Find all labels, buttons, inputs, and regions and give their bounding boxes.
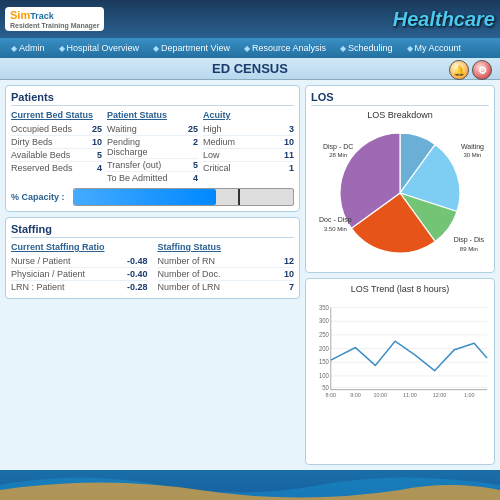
pie-label-4: Disp - Dis89 Min [454, 236, 484, 253]
capacity-bar [73, 188, 294, 206]
svg-text:200: 200 [319, 344, 329, 351]
bed-status-subsection: Current Bed Status Occupied Beds 25 Dirt… [11, 110, 102, 184]
healthcare-title: Healthcare [393, 8, 495, 31]
bed-status-table: Occupied Beds 25 Dirty Beds 10 Available… [11, 123, 102, 174]
table-row: Critical 1 [203, 162, 294, 174]
svg-text:50: 50 [322, 383, 329, 390]
main-content: Patients Current Bed Status Occupied Bed… [0, 80, 500, 470]
nav-dot: ◆ [59, 44, 65, 53]
patients-title: Patients [11, 91, 294, 106]
staffing-section: Staffing Current Staffing Ratio Nurse / … [5, 217, 300, 299]
logo-area: SimTrack Resident Training Manager [5, 7, 104, 32]
acuity-table: High 3 Medium 10 Low 11 Critical [203, 123, 294, 174]
table-row: Nurse / Patient -0.48 [11, 255, 148, 268]
staffing-ratio-table: Nurse / Patient -0.48 Physician / Patien… [11, 255, 148, 293]
right-panel: LOS LOS Breakdown Disp [305, 80, 500, 470]
pie-chart-container: Disp - DC28 Min Waiting30 Min Doc - Disp… [311, 123, 489, 263]
svg-text:350: 350 [319, 303, 329, 310]
patient-status-table: Waiting 25 Pending Discharge 2 Transfer … [107, 123, 198, 184]
staffing-data: Current Staffing Ratio Nurse / Patient -… [11, 242, 294, 293]
capacity-row: % Capacity : [11, 188, 294, 206]
patients-data: Current Bed Status Occupied Beds 25 Dirt… [11, 110, 294, 184]
left-panel: Patients Current Bed Status Occupied Bed… [0, 80, 305, 470]
nav-department-view[interactable]: ◆ Department View [147, 41, 236, 55]
nav-admin[interactable]: ◆ Admin [5, 41, 51, 55]
nav-my-account[interactable]: ◆ My Account [401, 41, 468, 55]
svg-text:300: 300 [319, 317, 329, 324]
los-trend-chart: 350 300 250 200 150 100 50 [311, 297, 489, 397]
los-breakdown-title: LOS Breakdown [311, 110, 489, 120]
table-row: Medium 10 [203, 136, 294, 149]
table-row: Number of LRN 7 [158, 281, 295, 293]
staffing-status-table: Number of RN 12 Number of Doc. 10 Number… [158, 255, 295, 293]
svg-text:9:00: 9:00 [350, 391, 361, 396]
acuity-title: Acuity [203, 110, 294, 120]
table-row: Number of Doc. 10 [158, 268, 295, 281]
capacity-label: % Capacity : [11, 192, 65, 202]
settings-icon-button[interactable]: ⚙ [472, 60, 492, 80]
table-row: Transfer (out) 5 [107, 159, 198, 172]
simtrack-logo: SimTrack Resident Training Manager [5, 7, 104, 32]
nav-dot: ◆ [244, 44, 250, 53]
svg-text:150: 150 [319, 358, 329, 365]
alert-icon-button[interactable]: 🔔 [449, 60, 469, 80]
bed-status-title: Current Bed Status [11, 110, 102, 120]
table-row: LRN : Patient -0.28 [11, 281, 148, 293]
svg-text:1:00: 1:00 [464, 391, 475, 396]
header: SimTrack Resident Training Manager Healt… [0, 0, 500, 38]
table-row: Reserved Beds 4 [11, 162, 102, 174]
wave-decoration [0, 470, 500, 500]
table-row: Dirty Beds 10 [11, 136, 102, 149]
svg-text:100: 100 [319, 371, 329, 378]
nav-scheduling[interactable]: ◆ Scheduling [334, 41, 399, 55]
staffing-ratio-title: Current Staffing Ratio [11, 242, 148, 252]
table-row: Number of RN 12 [158, 255, 295, 268]
nav-dot: ◆ [407, 44, 413, 53]
svg-text:250: 250 [319, 330, 329, 337]
page-title: ED CENSUS [212, 61, 288, 76]
patients-section: Patients Current Bed Status Occupied Bed… [5, 85, 300, 212]
table-row: Pending Discharge 2 [107, 136, 198, 159]
pie-label-1: Disp - DC28 Min [323, 143, 353, 160]
capacity-bar-fill [74, 189, 217, 205]
table-row: Physician / Patient -0.40 [11, 268, 148, 281]
los-section: LOS LOS Breakdown Disp [305, 85, 495, 273]
nav-dot: ◆ [153, 44, 159, 53]
acuity-subsection: Acuity High 3 Medium 10 Low 11 [203, 110, 294, 184]
nav-dot: ◆ [340, 44, 346, 53]
table-row: Occupied Beds 25 [11, 123, 102, 136]
nav-resource-analysis[interactable]: ◆ Resource Analysis [238, 41, 332, 55]
staffing-status-subsection: Staffing Status Number of RN 12 Number o… [158, 242, 295, 293]
patient-status-title: Patient Status [107, 110, 198, 120]
table-row: Available Beds 5 [11, 149, 102, 162]
staffing-status-title: Staffing Status [158, 242, 295, 252]
svg-text:11:00: 11:00 [403, 391, 417, 396]
table-row: Waiting 25 [107, 123, 198, 136]
page-title-bar: ED CENSUS 🔔 ⚙ [0, 58, 500, 80]
svg-text:10:00: 10:00 [373, 391, 387, 396]
los-title: LOS [311, 91, 489, 106]
patient-status-subsection: Patient Status Waiting 25 Pending Discha… [107, 110, 198, 184]
table-row: Low 11 [203, 149, 294, 162]
staffing-title: Staffing [11, 223, 294, 238]
svg-text:12:00: 12:00 [433, 391, 447, 396]
title-icons: 🔔 ⚙ [449, 60, 492, 80]
los-trend-section: LOS Trend (last 8 hours) 350 300 250 200… [305, 278, 495, 466]
table-row: High 3 [203, 123, 294, 136]
pie-label-3: Doc - Disp3.50 Min [319, 216, 352, 233]
trend-chart-title: LOS Trend (last 8 hours) [311, 284, 489, 294]
los-pie-chart [340, 133, 460, 253]
nav-bar: ◆ Admin ◆ Hospital Overview ◆ Department… [0, 38, 500, 58]
capacity-marker [238, 189, 240, 205]
wave-svg [0, 470, 500, 500]
table-row: To Be Admitted 4 [107, 172, 198, 184]
nav-dot: ◆ [11, 44, 17, 53]
svg-text:8:00: 8:00 [325, 391, 336, 396]
nav-hospital-overview[interactable]: ◆ Hospital Overview [53, 41, 146, 55]
staffing-ratio-subsection: Current Staffing Ratio Nurse / Patient -… [11, 242, 148, 293]
pie-label-2: Waiting30 Min [461, 143, 484, 160]
